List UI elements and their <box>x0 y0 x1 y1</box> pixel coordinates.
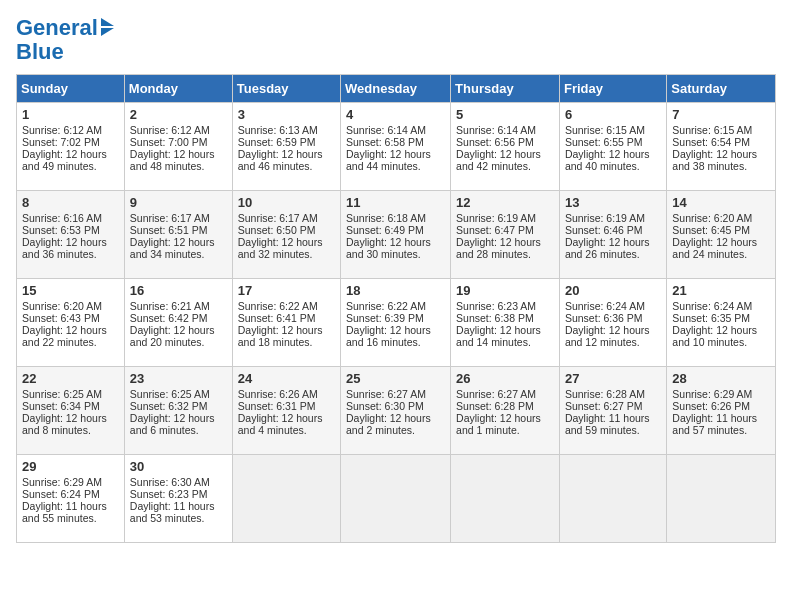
sunset-text: Sunset: 6:39 PM <box>346 312 424 324</box>
calendar-cell: 2 Sunrise: 6:12 AM Sunset: 7:00 PM Dayli… <box>124 103 232 191</box>
calendar-cell: 13 Sunrise: 6:19 AM Sunset: 6:46 PM Dayl… <box>559 191 666 279</box>
sunrise-text: Sunrise: 6:15 AM <box>672 124 752 136</box>
daylight-text: Daylight: 12 hours and 28 minutes. <box>456 236 541 260</box>
week-row-2: 8 Sunrise: 6:16 AM Sunset: 6:53 PM Dayli… <box>17 191 776 279</box>
sunrise-text: Sunrise: 6:20 AM <box>22 300 102 312</box>
day-number: 23 <box>130 371 227 386</box>
day-header-wednesday: Wednesday <box>341 75 451 103</box>
day-number: 18 <box>346 283 445 298</box>
sunrise-text: Sunrise: 6:23 AM <box>456 300 536 312</box>
sunset-text: Sunset: 6:49 PM <box>346 224 424 236</box>
week-row-1: 1 Sunrise: 6:12 AM Sunset: 7:02 PM Dayli… <box>17 103 776 191</box>
day-number: 22 <box>22 371 119 386</box>
calendar-cell: 18 Sunrise: 6:22 AM Sunset: 6:39 PM Dayl… <box>341 279 451 367</box>
sunrise-text: Sunrise: 6:12 AM <box>22 124 102 136</box>
calendar-cell: 6 Sunrise: 6:15 AM Sunset: 6:55 PM Dayli… <box>559 103 666 191</box>
daylight-text: Daylight: 12 hours and 40 minutes. <box>565 148 650 172</box>
day-number: 5 <box>456 107 554 122</box>
calendar-cell: 22 Sunrise: 6:25 AM Sunset: 6:34 PM Dayl… <box>17 367 125 455</box>
calendar-cell: 11 Sunrise: 6:18 AM Sunset: 6:49 PM Dayl… <box>341 191 451 279</box>
daylight-text: Daylight: 12 hours and 44 minutes. <box>346 148 431 172</box>
calendar-cell: 9 Sunrise: 6:17 AM Sunset: 6:51 PM Dayli… <box>124 191 232 279</box>
sunrise-text: Sunrise: 6:12 AM <box>130 124 210 136</box>
daylight-text: Daylight: 12 hours and 34 minutes. <box>130 236 215 260</box>
day-number: 3 <box>238 107 335 122</box>
sunrise-text: Sunrise: 6:21 AM <box>130 300 210 312</box>
daylight-text: Daylight: 12 hours and 48 minutes. <box>130 148 215 172</box>
logo: General Blue <box>16 16 114 64</box>
sunset-text: Sunset: 6:56 PM <box>456 136 534 148</box>
sunset-text: Sunset: 6:30 PM <box>346 400 424 412</box>
calendar-cell: 10 Sunrise: 6:17 AM Sunset: 6:50 PM Dayl… <box>232 191 340 279</box>
day-number: 12 <box>456 195 554 210</box>
calendar-cell: 23 Sunrise: 6:25 AM Sunset: 6:32 PM Dayl… <box>124 367 232 455</box>
daylight-text: Daylight: 12 hours and 38 minutes. <box>672 148 757 172</box>
page-header: General Blue <box>16 16 776 64</box>
day-number: 6 <box>565 107 661 122</box>
sunrise-text: Sunrise: 6:27 AM <box>456 388 536 400</box>
sunset-text: Sunset: 6:38 PM <box>456 312 534 324</box>
calendar-cell: 30 Sunrise: 6:30 AM Sunset: 6:23 PM Dayl… <box>124 455 232 543</box>
sunset-text: Sunset: 7:00 PM <box>130 136 208 148</box>
daylight-text: Daylight: 12 hours and 16 minutes. <box>346 324 431 348</box>
calendar-cell: 8 Sunrise: 6:16 AM Sunset: 6:53 PM Dayli… <box>17 191 125 279</box>
calendar-cell: 7 Sunrise: 6:15 AM Sunset: 6:54 PM Dayli… <box>667 103 776 191</box>
sunset-text: Sunset: 6:32 PM <box>130 400 208 412</box>
calendar-cell: 5 Sunrise: 6:14 AM Sunset: 6:56 PM Dayli… <box>451 103 560 191</box>
daylight-text: Daylight: 12 hours and 46 minutes. <box>238 148 323 172</box>
day-number: 25 <box>346 371 445 386</box>
sunset-text: Sunset: 6:35 PM <box>672 312 750 324</box>
calendar-cell: 12 Sunrise: 6:19 AM Sunset: 6:47 PM Dayl… <box>451 191 560 279</box>
day-number: 27 <box>565 371 661 386</box>
daylight-text: Daylight: 12 hours and 32 minutes. <box>238 236 323 260</box>
sunrise-text: Sunrise: 6:15 AM <box>565 124 645 136</box>
day-number: 13 <box>565 195 661 210</box>
daylight-text: Daylight: 12 hours and 20 minutes. <box>130 324 215 348</box>
day-number: 9 <box>130 195 227 210</box>
daylight-text: Daylight: 11 hours and 53 minutes. <box>130 500 215 524</box>
daylight-text: Daylight: 12 hours and 22 minutes. <box>22 324 107 348</box>
logo-text-line1: General <box>16 16 98 40</box>
day-number: 16 <box>130 283 227 298</box>
day-number: 30 <box>130 459 227 474</box>
sunrise-text: Sunrise: 6:29 AM <box>672 388 752 400</box>
day-number: 1 <box>22 107 119 122</box>
calendar-cell <box>451 455 560 543</box>
daylight-text: Daylight: 12 hours and 49 minutes. <box>22 148 107 172</box>
calendar-cell <box>559 455 666 543</box>
sunrise-text: Sunrise: 6:27 AM <box>346 388 426 400</box>
sunset-text: Sunset: 6:45 PM <box>672 224 750 236</box>
sunset-text: Sunset: 6:46 PM <box>565 224 643 236</box>
daylight-text: Daylight: 12 hours and 30 minutes. <box>346 236 431 260</box>
sunset-text: Sunset: 6:51 PM <box>130 224 208 236</box>
daylight-text: Daylight: 12 hours and 1 minute. <box>456 412 541 436</box>
sunrise-text: Sunrise: 6:25 AM <box>130 388 210 400</box>
sunrise-text: Sunrise: 6:14 AM <box>456 124 536 136</box>
daylight-text: Daylight: 12 hours and 14 minutes. <box>456 324 541 348</box>
day-number: 15 <box>22 283 119 298</box>
day-number: 29 <box>22 459 119 474</box>
sunrise-text: Sunrise: 6:30 AM <box>130 476 210 488</box>
daylight-text: Daylight: 12 hours and 42 minutes. <box>456 148 541 172</box>
calendar-cell <box>667 455 776 543</box>
sunrise-text: Sunrise: 6:29 AM <box>22 476 102 488</box>
daylight-text: Daylight: 12 hours and 12 minutes. <box>565 324 650 348</box>
sunrise-text: Sunrise: 6:20 AM <box>672 212 752 224</box>
calendar-cell: 24 Sunrise: 6:26 AM Sunset: 6:31 PM Dayl… <box>232 367 340 455</box>
daylight-text: Daylight: 12 hours and 2 minutes. <box>346 412 431 436</box>
sunrise-text: Sunrise: 6:17 AM <box>130 212 210 224</box>
sunset-text: Sunset: 6:42 PM <box>130 312 208 324</box>
day-header-friday: Friday <box>559 75 666 103</box>
calendar-cell: 27 Sunrise: 6:28 AM Sunset: 6:27 PM Dayl… <box>559 367 666 455</box>
daylight-text: Daylight: 12 hours and 4 minutes. <box>238 412 323 436</box>
daylight-text: Daylight: 11 hours and 59 minutes. <box>565 412 650 436</box>
sunset-text: Sunset: 6:34 PM <box>22 400 100 412</box>
day-header-saturday: Saturday <box>667 75 776 103</box>
calendar-cell <box>341 455 451 543</box>
sunrise-text: Sunrise: 6:24 AM <box>565 300 645 312</box>
sunrise-text: Sunrise: 6:24 AM <box>672 300 752 312</box>
day-number: 24 <box>238 371 335 386</box>
sunrise-text: Sunrise: 6:28 AM <box>565 388 645 400</box>
sunrise-text: Sunrise: 6:22 AM <box>238 300 318 312</box>
day-number: 26 <box>456 371 554 386</box>
